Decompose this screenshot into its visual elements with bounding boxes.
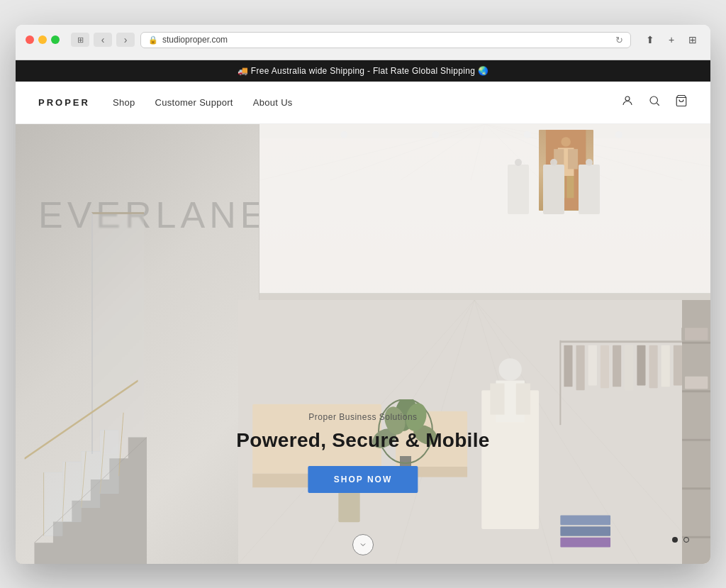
- announcement-text: 🚚 Free Australia wide Shipping - Flat Ra…: [238, 66, 488, 76]
- refresh-icon[interactable]: ↻: [615, 35, 623, 45]
- svg-rect-13: [62, 462, 81, 521]
- svg-rect-59: [588, 345, 596, 385]
- close-button[interactable]: [26, 35, 34, 44]
- svg-rect-73: [685, 328, 708, 340]
- search-icon[interactable]: [648, 94, 661, 111]
- hero-section: EVERLANE: [16, 124, 710, 564]
- nav-link-about[interactable]: About Us: [253, 97, 293, 108]
- scroll-down-icon[interactable]: [352, 534, 374, 555]
- back-button[interactable]: ‹: [94, 33, 112, 47]
- new-tab-button[interactable]: +: [664, 32, 679, 48]
- svg-rect-60: [601, 345, 609, 388]
- browser-controls: ⊞ ‹ ›: [71, 33, 135, 47]
- svg-point-28: [432, 131, 439, 138]
- slider-dots: [672, 537, 689, 543]
- svg-rect-76: [560, 515, 610, 525]
- svg-rect-53: [515, 383, 530, 414]
- hero-title: Powered, Secure & Mobile: [236, 429, 489, 452]
- lock-icon: 🔒: [148, 35, 158, 45]
- svg-rect-69: [682, 390, 710, 392]
- svg-point-30: [615, 131, 622, 138]
- mannequin-1: [508, 165, 529, 214]
- svg-point-50: [498, 358, 521, 380]
- svg-point-27: [340, 131, 347, 138]
- svg-rect-58: [576, 345, 584, 390]
- svg-rect-70: [682, 438, 710, 440]
- slider-dot-2[interactable]: [683, 537, 689, 543]
- svg-point-29: [524, 131, 531, 138]
- svg-rect-61: [613, 345, 621, 387]
- staircase: [16, 212, 147, 564]
- cart-icon[interactable]: [675, 94, 688, 111]
- browser-actions: ⬆ + ⊞: [642, 32, 700, 48]
- user-icon[interactable]: [621, 94, 634, 111]
- svg-rect-74: [685, 376, 708, 389]
- browser-window: ⊞ ‹ › 🔒 studioproper.com ↻ ⬆ + ⊞ 🚚 Free …: [16, 25, 710, 564]
- address-bar[interactable]: 🔒 studioproper.com ↻: [140, 32, 631, 48]
- nav-link-customer-support[interactable]: Customer Support: [155, 97, 233, 108]
- share-button[interactable]: ⬆: [642, 32, 658, 48]
- svg-rect-12: [44, 472, 62, 536]
- minimize-button[interactable]: [38, 35, 47, 44]
- svg-rect-68: [682, 341, 710, 343]
- browser-chrome: ⊞ ‹ › 🔒 studioproper.com ↻ ⬆ + ⊞: [16, 25, 710, 60]
- maximize-button[interactable]: [51, 35, 60, 44]
- svg-line-2: [657, 103, 659, 105]
- svg-rect-15: [100, 430, 118, 493]
- tab-switcher-button[interactable]: ⊞: [71, 33, 89, 47]
- url-text: studioproper.com: [162, 35, 228, 45]
- svg-rect-66: [673, 345, 681, 385]
- nav-icons: [621, 94, 688, 111]
- nav-logo: PROPER: [38, 97, 90, 108]
- announcement-bar: 🚚 Free Australia wide Shipping - Flat Ra…: [16, 60, 710, 82]
- hero-subtitle: Proper Business Solutions: [236, 412, 489, 422]
- shop-now-button[interactable]: SHOP NOW: [308, 466, 418, 493]
- nav-link-shop[interactable]: Shop: [113, 97, 135, 108]
- svg-rect-57: [564, 345, 572, 387]
- grid-button[interactable]: ⊞: [685, 32, 700, 48]
- scroll-indicator[interactable]: [352, 534, 374, 555]
- site-content: 🚚 Free Australia wide Shipping - Flat Ra…: [16, 60, 710, 564]
- svg-rect-26: [259, 124, 710, 293]
- svg-rect-77: [560, 526, 610, 536]
- svg-rect-78: [560, 537, 610, 547]
- svg-point-1: [650, 96, 658, 104]
- forward-button[interactable]: ›: [116, 33, 135, 47]
- hero-overlay: Proper Business Solutions Powered, Secur…: [236, 412, 489, 493]
- traffic-lights: [26, 35, 60, 44]
- main-nav: PROPER Shop Customer Support About Us: [16, 82, 710, 124]
- mannequin-2: [543, 165, 564, 214]
- svg-point-0: [625, 96, 630, 101]
- svg-rect-52: [490, 383, 504, 414]
- nav-links: Shop Customer Support About Us: [113, 97, 621, 108]
- svg-rect-64: [649, 345, 657, 388]
- slider-dot-1[interactable]: [672, 537, 678, 543]
- svg-rect-65: [661, 345, 669, 387]
- upper-mannequins: [508, 140, 620, 214]
- svg-rect-62: [625, 345, 633, 390]
- svg-rect-71: [682, 487, 710, 489]
- svg-rect-63: [637, 345, 645, 385]
- mannequin-3: [579, 165, 600, 214]
- svg-rect-14: [82, 451, 100, 507]
